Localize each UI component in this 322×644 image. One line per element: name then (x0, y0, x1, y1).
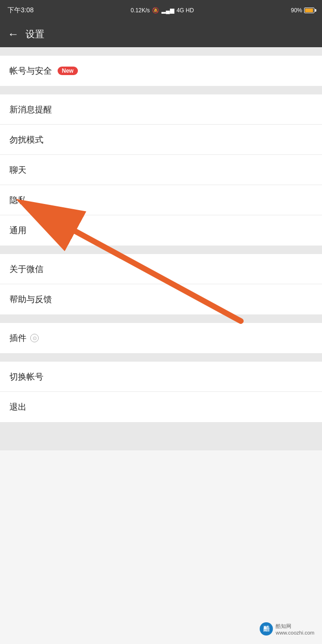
section-divider-2 (0, 86, 322, 94)
menu-item-switch-account[interactable]: 切换帐号 (0, 362, 322, 392)
plugin-settings-icon: ⊙ (30, 334, 39, 342)
menu-item-plugins[interactable]: 插件 ⊙ (0, 323, 322, 353)
network-type: 4G HD (177, 7, 194, 14)
logout-label: 退出 (9, 401, 26, 413)
watermark-url: www.coozhi.com (276, 630, 314, 636)
section-divider-3 (0, 246, 322, 254)
help-label: 帮助与反馈 (9, 294, 52, 305)
battery-fill (305, 8, 313, 12)
toolbar: ← 设置 (0, 21, 322, 47)
status-network: 0.12K/s 🔕 ▂▄▆ 4G HD (131, 7, 194, 14)
menu-item-chat[interactable]: 聊天 (0, 155, 322, 185)
menu-item-notifications[interactable]: 新消息提醒 (0, 94, 322, 125)
back-button[interactable]: ← (8, 28, 19, 40)
section-divider-5 (0, 353, 322, 362)
menu-group-3: 关于微信 帮助与反馈 (0, 254, 322, 314)
battery-icon (304, 8, 314, 13)
signal-bars: ▂▄▆ (161, 7, 174, 14)
status-time: 下午3:08 (8, 6, 34, 15)
menu-item-about[interactable]: 关于微信 (0, 254, 322, 284)
switch-account-label: 切换帐号 (9, 371, 43, 382)
dnd-label: 勿扰模式 (9, 134, 43, 145)
page-wrapper: 下午3:08 0.12K/s 🔕 ▂▄▆ 4G HD 90% ← 设置 帐号与安… (0, 0, 322, 644)
new-badge: New (58, 67, 78, 75)
menu-group-1: 帐号与安全 New (0, 56, 322, 86)
signal-icon: 🔕 (152, 7, 159, 14)
plugins-label: 插件 (9, 332, 26, 344)
privacy-label: 隐私 (9, 195, 26, 206)
status-right: 90% (291, 7, 314, 14)
menu-item-account[interactable]: 帐号与安全 New (0, 56, 322, 86)
section-divider-1 (0, 47, 322, 56)
general-label: 通用 (9, 225, 26, 236)
watermark-logo: 酷 (260, 622, 273, 636)
menu-item-dnd[interactable]: 勿扰模式 (0, 125, 322, 155)
section-divider-6 (0, 422, 322, 450)
watermark-site: 酷知网 (276, 623, 314, 630)
account-label: 帐号与安全 (9, 65, 52, 76)
menu-group-4: 插件 ⊙ (0, 323, 322, 353)
notifications-label: 新消息提醒 (9, 104, 52, 115)
about-label: 关于微信 (9, 263, 43, 275)
section-divider-4 (0, 314, 322, 323)
watermark: 酷 酷知网 www.coozhi.com (260, 622, 314, 636)
menu-item-general[interactable]: 通用 (0, 215, 322, 246)
chat-label: 聊天 (9, 164, 26, 176)
menu-item-privacy[interactable]: 隐私 (0, 185, 322, 215)
menu-item-help[interactable]: 帮助与反馈 (0, 284, 322, 314)
menu-group-2: 新消息提醒 勿扰模式 聊天 隐私 通用 (0, 94, 322, 246)
battery-percent: 90% (291, 7, 302, 14)
status-bar: 下午3:08 0.12K/s 🔕 ▂▄▆ 4G HD 90% (0, 0, 322, 21)
page-title: 设置 (25, 28, 44, 41)
menu-group-5: 切换帐号 退出 (0, 362, 322, 422)
menu-item-logout[interactable]: 退出 (0, 392, 322, 422)
